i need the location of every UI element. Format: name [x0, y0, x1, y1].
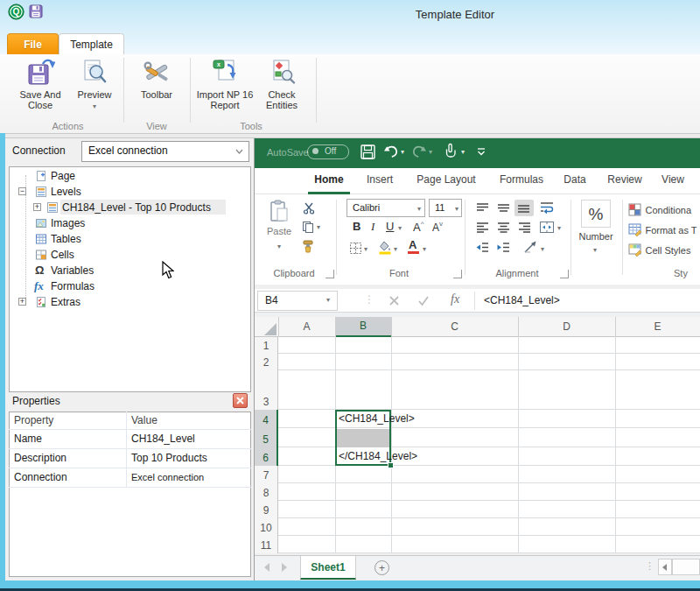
quick-save-icon[interactable] [360, 144, 375, 159]
sheet-tab-sheet1[interactable]: Sheet1 [300, 556, 356, 580]
excel-tab-view[interactable]: View [662, 173, 684, 186]
touch-mode-icon[interactable] [443, 142, 458, 158]
preview-button[interactable]: Preview ▾ [72, 58, 117, 121]
align-middle-icon[interactable] [496, 202, 511, 214]
align-center-icon[interactable] [496, 222, 511, 233]
clipboard-dialog-launcher[interactable] [326, 270, 334, 278]
copy-dropdown-icon[interactable]: ▾ [317, 223, 320, 231]
row-header-10[interactable]: 10 [255, 518, 278, 536]
alignment-dialog-launcher[interactable] [560, 270, 569, 278]
undo-icon[interactable] [383, 144, 399, 158]
merge-dropdown-icon[interactable]: ▾ [557, 224, 561, 232]
increase-font-button[interactable]: A^ [413, 220, 424, 234]
hscroll-thumb[interactable] [672, 559, 700, 575]
number-group-button[interactable]: Number [574, 231, 618, 242]
orientation-icon[interactable] [523, 241, 537, 254]
select-all-button[interactable] [264, 323, 276, 335]
excel-tab-review[interactable]: Review [607, 173, 641, 186]
font-name-select[interactable]: Calibri ▾ [346, 199, 425, 217]
next-sheet-icon[interactable] [282, 563, 287, 572]
number-dropdown-icon[interactable]: ▾ [593, 246, 597, 254]
paste-button[interactable]: Paste ▾ [262, 200, 296, 257]
decrease-font-button[interactable]: Av [432, 220, 443, 234]
expand-toggle[interactable]: + [33, 203, 41, 211]
row-header-4[interactable]: 4 [255, 410, 278, 428]
column-header-c[interactable]: C [391, 317, 518, 337]
collapse-toggle[interactable]: − [18, 187, 26, 195]
excel-tab-page-layout[interactable]: Page Layout [416, 173, 475, 186]
wrap-text-icon[interactable] [539, 201, 555, 214]
fill-color-dropdown-icon[interactable]: ▾ [394, 245, 397, 253]
percent-style-button[interactable]: % [581, 200, 611, 228]
row-header-2[interactable]: 2 [255, 354, 278, 370]
format-painter-icon[interactable] [302, 240, 315, 253]
align-top-icon[interactable] [475, 202, 490, 214]
merge-center-icon[interactable] [539, 221, 555, 234]
property-connection-value[interactable]: Excel connection [131, 468, 204, 487]
sheetbar-resize-icon[interactable]: ⋮ [645, 560, 654, 572]
toolbar-button[interactable]: Toolbar [131, 58, 182, 121]
add-sheet-button[interactable]: + [374, 560, 389, 575]
format-as-table-button[interactable]: Format as T [628, 222, 697, 237]
prev-sheet-icon[interactable] [264, 563, 270, 572]
excel-tab-home[interactable]: Home [314, 173, 343, 186]
autosave-toggle[interactable]: Off [307, 144, 349, 159]
import-np16-report-button[interactable]: x Import NP 16 Report [196, 58, 254, 121]
properties-close-button[interactable] [233, 393, 248, 408]
excel-tab-data[interactable]: Data [564, 173, 585, 186]
paste-dropdown-icon[interactable]: ▾ [277, 243, 281, 250]
row-header-5[interactable]: 5 [255, 428, 278, 447]
increase-indent-icon[interactable] [496, 242, 511, 253]
property-name-value[interactable]: CH184_Level [131, 430, 195, 448]
insert-function-icon[interactable]: fx [451, 292, 459, 306]
np-tab-template[interactable]: Template [59, 33, 124, 55]
fill-handle[interactable] [388, 462, 394, 468]
name-box[interactable]: B4 ▾ [257, 291, 338, 311]
bold-button[interactable]: B [353, 220, 360, 233]
enter-entry-icon[interactable] [417, 295, 430, 306]
underline-dropdown-icon[interactable]: ▾ [398, 224, 402, 232]
fill-color-icon[interactable] [378, 240, 392, 255]
font-size-select[interactable]: 11 ▾ [429, 199, 462, 217]
cell-b4[interactable]: <CH184_Level> [339, 412, 415, 425]
decrease-indent-icon[interactable] [475, 242, 490, 253]
row-header-9[interactable]: 9 [255, 501, 278, 518]
drag-handle-icon[interactable]: ⋮ [364, 293, 374, 306]
row-header-3[interactable]: 3 [255, 370, 278, 410]
row-header-6[interactable]: 6 [255, 447, 278, 466]
touch-mode-dropdown-icon[interactable]: ▾ [461, 148, 465, 156]
check-entities-button[interactable]: Check Entities [257, 58, 306, 121]
font-dialog-launcher[interactable] [453, 270, 462, 278]
expand-toggle[interactable]: + [18, 298, 26, 306]
align-left-icon[interactable] [475, 222, 490, 233]
column-header-e[interactable]: E [615, 317, 700, 337]
name-box-dropdown-icon[interactable]: ▾ [326, 296, 330, 304]
redo-dropdown-icon[interactable]: ▾ [429, 148, 432, 156]
cell-b6[interactable]: </CH184_Level> [339, 450, 417, 462]
redo-icon[interactable] [411, 144, 427, 158]
italic-button[interactable]: I [371, 220, 374, 234]
undo-dropdown-icon[interactable]: ▾ [401, 148, 404, 156]
row-header-8[interactable]: 8 [255, 483, 278, 501]
underline-button[interactable]: U [386, 220, 394, 233]
row-header-1[interactable]: 1 [255, 337, 278, 354]
column-header-a[interactable]: A [278, 317, 335, 337]
column-header-d[interactable]: D [518, 317, 615, 337]
font-color-dropdown-icon[interactable]: ▾ [423, 245, 426, 253]
customize-toolbar-icon[interactable] [477, 148, 486, 156]
save-and-close-button[interactable]: Save And Close [12, 58, 68, 121]
cell-styles-button[interactable]: Cell Styles [628, 242, 690, 257]
cut-icon[interactable] [303, 202, 315, 215]
font-color-button[interactable]: A [409, 238, 416, 251]
save-icon[interactable] [29, 4, 43, 18]
borders-icon[interactable] [349, 242, 362, 255]
align-bottom-selected[interactable] [514, 200, 534, 216]
borders-dropdown-icon[interactable]: ▾ [364, 245, 368, 253]
formula-input[interactable]: <CH184_Level> [484, 294, 560, 306]
row-header-7[interactable]: 7 [255, 466, 278, 483]
column-header-b[interactable]: B [335, 317, 391, 337]
cancel-entry-icon[interactable] [388, 295, 400, 306]
np-tab-file[interactable]: File [7, 33, 59, 55]
excel-tab-insert[interactable]: Insert [367, 173, 393, 186]
excel-tab-formulas[interactable]: Formulas [500, 173, 543, 186]
